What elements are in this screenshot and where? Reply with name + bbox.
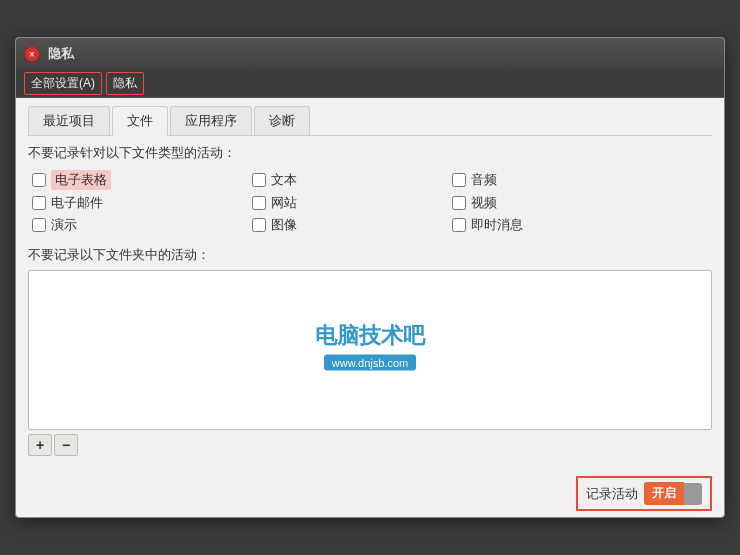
file-types-section: 不要记录针对以下文件类型的活动： 电子表格 文本 音频 (28, 144, 712, 234)
checkbox-presentation-label: 文本 (271, 171, 297, 189)
content-area: 最近项目 文件 应用程序 诊断 不要记录针对以下文件类型的活动： 电子表格 文本 (16, 98, 724, 468)
folder-section: 不要记录以下文件夹中的活动： 电脑技术吧 www.dnjsb.com + − (28, 246, 712, 456)
file-types-grid: 电子表格 文本 音频 电子邮件 网站 (32, 170, 712, 234)
checkbox-audio-input[interactable] (452, 173, 466, 187)
menu-all-settings[interactable]: 全部设置(A) (24, 72, 102, 95)
close-button[interactable]: × (24, 46, 40, 62)
record-activity-container: 记录活动 开启 (576, 476, 712, 511)
toggle-off-indicator (684, 483, 702, 505)
close-icon: × (29, 49, 35, 60)
add-folder-button[interactable]: + (28, 434, 52, 456)
checkbox-text-input[interactable] (32, 196, 46, 210)
checkbox-instant-msg-input[interactable] (452, 218, 466, 232)
checkbox-text: 电子邮件 (32, 194, 252, 212)
checkbox-spreadsheet-label: 电子表格 (51, 170, 111, 190)
checkbox-instant-msg: 即时消息 (452, 216, 652, 234)
checkbox-text-label: 电子邮件 (51, 194, 103, 212)
tab-diagnostics[interactable]: 诊断 (254, 106, 310, 135)
checkbox-website: 网站 (252, 194, 452, 212)
menu-privacy[interactable]: 隐私 (106, 72, 144, 95)
checkbox-image-input[interactable] (252, 218, 266, 232)
checkbox-audio: 音频 (452, 170, 652, 190)
window-title: 隐私 (48, 45, 74, 63)
file-types-label: 不要记录针对以下文件类型的活动： (28, 144, 712, 162)
toggle-on-label: 开启 (644, 482, 684, 505)
watermark-url: www.dnjsb.com (324, 355, 416, 371)
tab-files[interactable]: 文件 (112, 106, 168, 136)
folder-list-box[interactable]: 电脑技术吧 www.dnjsb.com (28, 270, 712, 430)
watermark: 电脑技术吧 www.dnjsb.com (315, 321, 425, 370)
checkbox-video: 视频 (452, 194, 652, 212)
toggle-container[interactable]: 开启 (644, 482, 702, 505)
checkbox-video-label: 视频 (471, 194, 497, 212)
tab-apps[interactable]: 应用程序 (170, 106, 252, 135)
folder-buttons: + − (28, 434, 712, 456)
menubar: 全部设置(A) 隐私 (16, 70, 724, 98)
checkbox-email-label: 演示 (51, 216, 77, 234)
remove-folder-button[interactable]: − (54, 434, 78, 456)
checkbox-spreadsheet-input[interactable] (32, 173, 46, 187)
checkbox-presentation: 文本 (252, 170, 452, 190)
checkbox-spreadsheet: 电子表格 (32, 170, 252, 190)
checkbox-image-label: 图像 (271, 216, 297, 234)
checkbox-video-input[interactable] (452, 196, 466, 210)
titlebar: × 隐私 (16, 38, 724, 70)
tab-recent[interactable]: 最近项目 (28, 106, 110, 135)
checkbox-presentation-input[interactable] (252, 173, 266, 187)
tab-bar: 最近项目 文件 应用程序 诊断 (28, 106, 712, 136)
checkbox-image: 图像 (252, 216, 452, 234)
checkbox-website-input[interactable] (252, 196, 266, 210)
checkbox-email-input[interactable] (32, 218, 46, 232)
record-activity-label: 记录活动 (586, 485, 638, 503)
folder-section-label: 不要记录以下文件夹中的活动： (28, 246, 712, 264)
checkbox-audio-label: 音频 (471, 171, 497, 189)
bottom-bar: 记录活动 开启 (16, 468, 724, 517)
checkbox-email: 演示 (32, 216, 252, 234)
watermark-text: 电脑技术吧 (315, 321, 425, 351)
checkbox-instant-msg-label: 即时消息 (471, 216, 523, 234)
checkbox-website-label: 网站 (271, 194, 297, 212)
main-window: × 隐私 全部设置(A) 隐私 最近项目 文件 应用程序 诊断 不要记录针对以下… (15, 37, 725, 518)
